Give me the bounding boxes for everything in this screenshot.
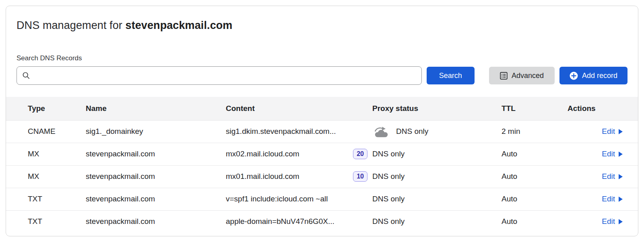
edit-link-label: Edit xyxy=(602,172,615,181)
page-title-domain: stevenpackmail.com xyxy=(126,19,233,31)
edit-link-label: Edit xyxy=(602,217,615,226)
record-type: MX xyxy=(6,165,86,188)
record-ttl: Auto xyxy=(502,210,562,233)
search-records-label: Search DNS Records xyxy=(6,54,638,63)
edit-link-label: Edit xyxy=(602,195,615,203)
search-button[interactable]: Search xyxy=(427,67,475,84)
add-record-button-label: Add record xyxy=(582,72,617,80)
record-content-text: mx02.mail.icloud.com xyxy=(226,150,299,158)
record-content: sig1.dkim.stevenpackmail.com... xyxy=(226,120,372,143)
add-record-button[interactable]: Add record xyxy=(559,67,627,84)
edit-link-label: Edit xyxy=(602,150,615,158)
dns-management-card: DNS management for stevenpackmail.com Se… xyxy=(6,6,638,236)
table-row: MX stevenpackmail.com mx02.mail.icloud.c… xyxy=(6,143,638,165)
right-triangle-icon xyxy=(619,219,623,224)
record-name: stevenpackmail.com xyxy=(86,143,226,165)
right-triangle-icon xyxy=(619,197,623,202)
plus-circle-icon xyxy=(570,72,578,80)
column-header-proxy-status: Proxy status xyxy=(372,97,502,120)
record-content-text: mx01.mail.icloud.com xyxy=(226,172,299,181)
record-content: mx01.mail.icloud.com 10 xyxy=(226,171,372,182)
table-row: CNAME sig1._domainkey sig1.dkim.stevenpa… xyxy=(6,120,638,143)
proxy-status-text: DNS only xyxy=(372,188,502,210)
dns-only-cloud-icon xyxy=(372,125,390,137)
mx-priority-badge: 20 xyxy=(353,149,367,159)
record-ttl: Auto xyxy=(502,165,562,188)
search-input[interactable] xyxy=(17,66,422,85)
toolbar: Search Advanced Add record xyxy=(6,66,638,85)
table-row: TXT stevenpackmail.com v=spf1 include:ic… xyxy=(6,188,638,210)
record-name: stevenpackmail.com xyxy=(86,210,226,233)
proxy-status-text: DNS only xyxy=(372,210,502,233)
table-header-row: Type Name Content Proxy status TTL Actio… xyxy=(6,97,638,120)
record-ttl: Auto xyxy=(502,188,562,210)
right-triangle-icon xyxy=(619,152,623,157)
record-type: CNAME xyxy=(6,120,86,143)
search-box xyxy=(17,66,422,85)
table-row: MX stevenpackmail.com mx01.mail.icloud.c… xyxy=(6,165,638,188)
column-header-content: Content xyxy=(226,97,372,120)
mx-priority-badge: 10 xyxy=(353,171,367,182)
record-ttl: 2 min xyxy=(502,120,562,143)
edit-record-link[interactable]: Edit xyxy=(602,195,623,203)
advanced-button-label: Advanced xyxy=(512,72,544,80)
proxy-status-text: DNS only xyxy=(396,127,428,136)
right-triangle-icon xyxy=(619,129,623,134)
record-content: mx02.mail.icloud.com 20 xyxy=(226,149,372,159)
edit-record-link[interactable]: Edit xyxy=(602,127,623,136)
record-name: sig1._domainkey xyxy=(86,120,226,143)
proxy-status-text: DNS only xyxy=(372,143,502,165)
record-type: MX xyxy=(6,143,86,165)
page-title: DNS management for stevenpackmail.com xyxy=(6,18,638,32)
search-button-label: Search xyxy=(439,72,462,80)
edit-record-link[interactable]: Edit xyxy=(602,150,623,158)
right-triangle-icon xyxy=(619,174,623,179)
proxy-status-cell: DNS only xyxy=(372,125,502,137)
column-header-name: Name xyxy=(86,97,226,120)
record-content: apple-domain=bNuV47n6G0X... xyxy=(226,210,372,233)
edit-link-label: Edit xyxy=(602,127,615,136)
column-header-actions: Actions xyxy=(562,97,638,120)
column-header-ttl: TTL xyxy=(502,97,562,120)
record-ttl: Auto xyxy=(502,143,562,165)
record-type: TXT xyxy=(6,188,86,210)
page-title-prefix: DNS management for xyxy=(17,19,126,31)
column-header-type: Type xyxy=(6,97,86,120)
dns-records-table: Type Name Content Proxy status TTL Actio… xyxy=(6,97,638,233)
table-row: TXT stevenpackmail.com apple-domain=bNuV… xyxy=(6,210,638,233)
advanced-button[interactable]: Advanced xyxy=(489,67,555,84)
proxy-status-text: DNS only xyxy=(372,165,502,188)
edit-record-link[interactable]: Edit xyxy=(602,217,623,226)
record-name: stevenpackmail.com xyxy=(86,188,226,210)
edit-record-link[interactable]: Edit xyxy=(602,172,623,181)
record-content: v=spf1 include:icloud.com ~all xyxy=(226,188,372,210)
advanced-list-icon xyxy=(500,72,508,80)
record-type: TXT xyxy=(6,210,86,233)
record-name: stevenpackmail.com xyxy=(86,165,226,188)
